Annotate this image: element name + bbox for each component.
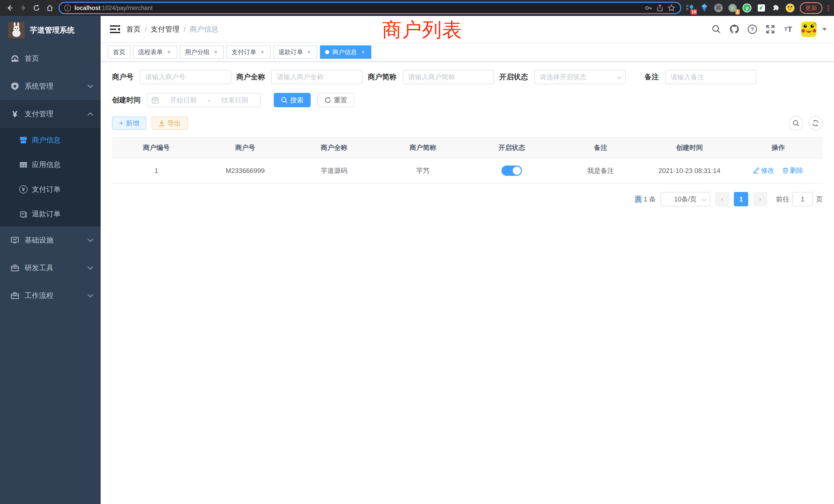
search-form-row-2: 创建时间 开始日期 - 结束日期 搜索 重置 [112, 93, 823, 107]
browser-forward-icon[interactable] [19, 3, 28, 13]
tab-home[interactable]: 首页 [108, 45, 130, 59]
sidebar-item-workflow[interactable]: 工作流程 [0, 282, 101, 310]
col-merchant-id: 商户编号 [112, 137, 201, 158]
user-avatar[interactable] [801, 22, 816, 37]
sidebar-item-system[interactable]: 系统管理 [0, 72, 101, 100]
export-button[interactable]: 导出 [152, 116, 188, 130]
sidebar-item-devtools[interactable]: 研发工具 [0, 254, 101, 282]
prev-page-button[interactable]: ‹ [715, 192, 729, 206]
fullscreen-icon[interactable] [765, 24, 775, 35]
share-icon[interactable] [656, 4, 664, 12]
delete-link[interactable]: 删除 [783, 166, 804, 175]
merchant-no-input[interactable] [140, 70, 231, 84]
close-icon[interactable]: × [259, 49, 265, 55]
browser-home-icon[interactable] [45, 3, 54, 13]
app-title: 芋道管理系统 [30, 25, 74, 36]
address-bar[interactable]: i localhost:1024/pay/merchant [59, 2, 681, 14]
gear-icon [10, 82, 20, 91]
tab-refund-order[interactable]: 退款订单× [273, 45, 317, 59]
cell-merchant-id: 1 [112, 158, 201, 183]
add-button[interactable]: + 新增 [112, 116, 146, 130]
merchant-short-input[interactable] [403, 70, 494, 84]
font-size-icon[interactable]: TT [783, 24, 793, 35]
extensions-puzzle-icon[interactable] [771, 3, 780, 13]
calendar-icon [152, 96, 159, 104]
tab-pay-order[interactable]: 支付订单× [226, 45, 271, 59]
chevron-down-icon [88, 292, 93, 298]
next-page-button[interactable]: › [753, 192, 767, 206]
date-range-picker[interactable]: 开始日期 - 结束日期 [147, 93, 261, 107]
close-icon[interactable]: × [360, 49, 366, 55]
github-icon[interactable] [729, 24, 740, 35]
sidebar-item-payment[interactable]: ¥ 支付管理 [0, 100, 101, 128]
status-select[interactable] [534, 70, 626, 84]
status-toggle[interactable] [502, 165, 522, 176]
extension-badge: 10 [690, 9, 697, 15]
avatar-caret-icon[interactable] [822, 28, 827, 31]
browser-update-button[interactable]: 更新 [800, 2, 822, 14]
breadcrumb-payment[interactable]: 支付管理 [151, 24, 179, 34]
pay-order-icon: ¥ [19, 185, 28, 194]
plus-icon: + [119, 120, 123, 127]
sidebar-item-app-info[interactable]: 应用信息 [0, 153, 101, 177]
page-size-select[interactable]: 10条/页 [660, 192, 710, 206]
search-button[interactable]: 搜索 [274, 93, 311, 107]
tab-process-form[interactable]: 流程表单× [133, 45, 177, 59]
close-icon[interactable]: × [166, 49, 172, 55]
sidebar: 芋道管理系统 首页 系统管理 ¥ 支付管理 [0, 16, 101, 504]
extension-green-doc-icon[interactable] [757, 3, 766, 13]
help-icon[interactable]: ? [747, 24, 758, 35]
col-created-at: 创建时间 [645, 137, 734, 158]
close-icon[interactable]: × [213, 49, 219, 55]
browser-menu-icon[interactable] [828, 5, 829, 11]
dashboard-icon [10, 54, 20, 63]
screen: i localhost:1024/pay/merchant 10 ⌘ 1 y 更… [0, 0, 834, 504]
sidebar-item-home[interactable]: 首页 [0, 45, 101, 72]
remark-input[interactable] [665, 70, 756, 84]
browser-back-icon[interactable] [5, 3, 14, 13]
refund-doc-icon [19, 210, 28, 219]
extension-y-icon[interactable]: y [742, 3, 751, 13]
bookmark-star-icon[interactable] [667, 4, 676, 12]
extension-pie-icon[interactable]: 1 [728, 3, 737, 13]
extension-blue-diamond-icon[interactable]: 10 [685, 3, 695, 13]
extension-command-icon[interactable]: ⌘ [714, 4, 723, 12]
profile-smiley-icon[interactable] [786, 3, 795, 13]
search-icon[interactable] [711, 24, 722, 35]
breadcrumb-current: 商户信息 [190, 24, 218, 34]
sidebar-item-infra[interactable]: 基础设施 [0, 226, 101, 254]
goto-page-input[interactable] [792, 192, 813, 206]
chevron-down-icon [88, 236, 93, 242]
edit-link[interactable]: 修改 [753, 166, 774, 175]
app-logo[interactable]: 芋道管理系统 [0, 16, 101, 45]
refresh-table-button[interactable] [808, 116, 823, 130]
end-date-placeholder[interactable]: 结束日期 [213, 96, 256, 105]
merchant-short-label: 商户简称 [368, 72, 403, 82]
start-date-placeholder[interactable]: 开始日期 [162, 96, 205, 105]
sidebar-item-merchant-info[interactable]: 商户信息 [0, 128, 101, 153]
remark-label: 备注 [644, 72, 665, 82]
close-icon[interactable]: × [306, 49, 312, 55]
site-info-icon[interactable]: i [64, 5, 71, 11]
merchant-name-input[interactable] [271, 70, 363, 84]
merchant-table: 商户编号 商户号 商户全称 商户简称 开启状态 备注 创建时间 操作 1 [112, 137, 823, 184]
page-number-1[interactable]: 1 [734, 192, 748, 206]
sidebar-fold-icon[interactable] [110, 25, 120, 33]
tab-merchant-info[interactable]: 商户信息× [320, 45, 371, 59]
col-status: 开启状态 [467, 137, 556, 158]
password-key-icon[interactable] [644, 4, 653, 12]
toggle-search-button[interactable] [789, 116, 803, 130]
sidebar-item-refund-order[interactable]: 退款订单 [0, 202, 101, 226]
extension-blue-gem-icon[interactable] [700, 3, 709, 13]
annotation-title: 商户列表 [382, 17, 462, 43]
col-full-name: 商户全称 [290, 137, 378, 158]
monitor-icon [10, 235, 20, 245]
col-actions: 操作 [734, 137, 823, 158]
chevron-down-icon [88, 264, 93, 270]
sidebar-item-pay-order[interactable]: ¥ 支付订单 [0, 177, 101, 202]
breadcrumb-home[interactable]: 首页 [126, 24, 141, 34]
browser-reload-icon[interactable] [32, 3, 41, 13]
sidebar-item-label: 应用信息 [32, 160, 61, 169]
tab-user-group[interactable]: 用户分组× [180, 45, 224, 59]
reset-button[interactable]: 重置 [317, 93, 354, 107]
